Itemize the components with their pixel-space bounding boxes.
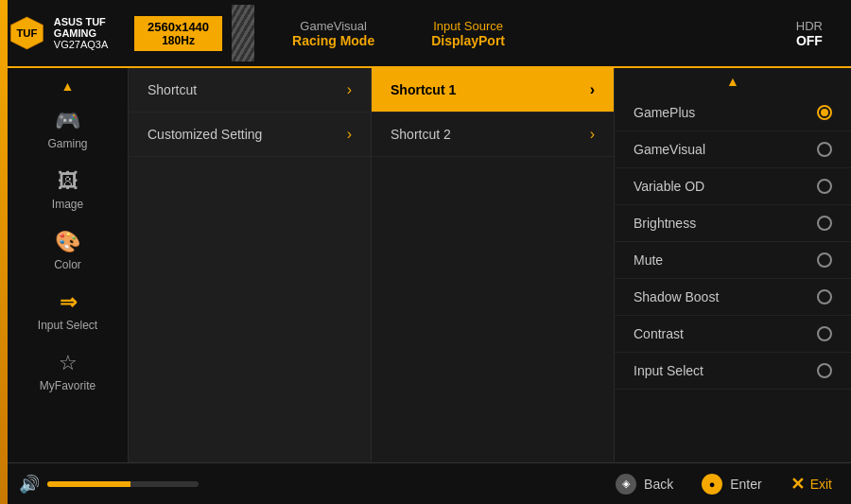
- right-panel-scroll-up[interactable]: ▲: [615, 68, 851, 95]
- resolution-box: 2560x1440 180Hz: [134, 16, 222, 51]
- right-item-gameplus[interactable]: GamePlus: [615, 95, 851, 131]
- monitor-info: ASUS TUF GAMING VG27AQ3A: [54, 16, 123, 50]
- right-item-variable-od-label: Variable OD: [634, 179, 704, 194]
- right-item-gamevisual-radio[interactable]: [817, 142, 832, 157]
- logo-area: TUF ASUS TUF GAMING VG27AQ3A: [9, 9, 123, 58]
- right-item-shadow-boost-label: Shadow Boost: [634, 289, 719, 304]
- exit-x-icon: ✕: [790, 474, 805, 495]
- bottom-bar: 🔊 ◈ Back ● Enter ✕ Exit: [0, 462, 851, 504]
- input-source-section: Input Source DisplayPort: [431, 19, 505, 48]
- column-1: Shortcut › Customized Setting ›: [129, 68, 372, 504]
- right-item-brightness-radio[interactable]: [817, 216, 832, 231]
- sidebar-my-favorite-label: MyFavorite: [40, 379, 96, 392]
- exit-button[interactable]: ✕ Exit: [790, 474, 832, 495]
- my-favorite-icon: ☆: [59, 351, 78, 375]
- col1-customized-setting[interactable]: Customized Setting ›: [129, 113, 371, 157]
- left-edge-accent: [0, 0, 8, 504]
- sidebar-input-select-label: Input Select: [38, 319, 97, 332]
- col2-shortcut2-chevron: ›: [590, 126, 595, 143]
- col1-shortcut-label: Shortcut: [148, 82, 197, 97]
- sidebar-color-label: Color: [54, 258, 81, 271]
- back-button[interactable]: ◈ Back: [616, 474, 673, 495]
- right-item-input-select-label: Input Select: [634, 363, 703, 378]
- right-item-gameplus-label: GamePlus: [634, 105, 695, 120]
- monitor-model: VG27AQ3A: [54, 39, 123, 50]
- hz-text: 180Hz: [148, 34, 209, 47]
- exit-label: Exit: [810, 477, 832, 492]
- right-item-shadow-boost-radio[interactable]: [817, 289, 832, 304]
- enter-icon: ●: [702, 474, 722, 495]
- right-item-brightness[interactable]: Brightness: [615, 205, 851, 242]
- right-item-mute-radio[interactable]: [817, 252, 832, 268]
- right-item-mute-label: Mute: [634, 252, 663, 268]
- col1-customized-chevron: ›: [347, 126, 352, 143]
- color-icon: 🎨: [55, 230, 80, 254]
- svg-text:TUF: TUF: [16, 27, 37, 39]
- col1-shortcut[interactable]: Shortcut ›: [129, 68, 371, 113]
- hdr-label: HDR: [796, 19, 823, 33]
- col1-shortcut-chevron: ›: [347, 81, 352, 98]
- input-select-icon: ⇒: [60, 290, 77, 315]
- right-item-contrast-label: Contrast: [634, 326, 684, 341]
- right-item-gamevisual[interactable]: GameVisual: [615, 131, 851, 168]
- col2-shortcut1[interactable]: Shortcut 1 ›: [372, 68, 614, 113]
- right-item-variable-od[interactable]: Variable OD: [615, 168, 851, 205]
- col2-shortcut2-label: Shortcut 2: [391, 127, 451, 142]
- sidebar-gaming-label: Gaming: [47, 137, 87, 150]
- sidebar-item-color[interactable]: 🎨 Color: [8, 220, 128, 281]
- sidebar-item-my-favorite[interactable]: ☆ MyFavorite: [8, 341, 128, 402]
- col2-shortcut1-chevron: ›: [590, 81, 595, 98]
- right-item-shadow-boost[interactable]: Shadow Boost: [615, 279, 851, 316]
- input-source-value: DisplayPort: [431, 33, 505, 48]
- diagonal-divider: [232, 5, 254, 61]
- volume-fill: [47, 481, 130, 487]
- bottom-controls: ◈ Back ● Enter ✕ Exit: [616, 474, 832, 495]
- main-content: ▲ 🎮 Gaming 🖼 Image 🎨 Color ⇒ Input Selec…: [0, 68, 851, 504]
- hdr-value: OFF: [796, 33, 823, 48]
- game-visual-value: Racing Mode: [292, 33, 374, 48]
- right-item-variable-od-radio[interactable]: [817, 179, 832, 194]
- sidebar-item-image[interactable]: 🖼 Image: [8, 160, 128, 220]
- volume-bar[interactable]: [47, 481, 199, 487]
- back-icon: ◈: [616, 474, 636, 495]
- right-item-gameplus-radio[interactable]: [817, 105, 832, 120]
- image-icon: 🖼: [58, 169, 78, 194]
- right-item-input-select[interactable]: Input Select: [615, 353, 851, 390]
- monitor-brand: ASUS TUF GAMING: [54, 16, 123, 39]
- volume-icon: 🔊: [19, 474, 40, 495]
- sidebar-item-input-select[interactable]: ⇒ Input Select: [8, 281, 128, 341]
- gaming-icon: 🎮: [55, 109, 80, 133]
- col2-shortcut2[interactable]: Shortcut 2 ›: [372, 113, 614, 157]
- enter-label: Enter: [730, 477, 761, 492]
- resolution-text: 2560x1440: [148, 20, 209, 34]
- game-visual-section: GameVisual Racing Mode: [292, 19, 374, 48]
- back-label: Back: [644, 477, 673, 492]
- enter-button[interactable]: ● Enter: [702, 474, 761, 495]
- sidebar: ▲ 🎮 Gaming 🖼 Image 🎨 Color ⇒ Input Selec…: [8, 68, 129, 504]
- right-item-gamevisual-label: GameVisual: [634, 142, 705, 157]
- right-panel: ▲ GamePlus GameVisual Variable OD Bright…: [615, 68, 851, 504]
- right-item-contrast-radio[interactable]: [817, 326, 832, 341]
- input-source-label: Input Source: [433, 19, 503, 33]
- tuf-logo: TUF: [9, 9, 44, 58]
- right-item-input-select-radio[interactable]: [817, 363, 832, 378]
- right-item-mute[interactable]: Mute: [615, 242, 851, 279]
- sidebar-up-arrow[interactable]: ▲: [56, 73, 80, 99]
- hdr-section: HDR OFF: [796, 19, 823, 48]
- sidebar-image-label: Image: [52, 198, 83, 211]
- col1-customized-label: Customized Setting: [148, 127, 262, 142]
- game-visual-label: GameVisual: [300, 19, 367, 33]
- right-item-contrast[interactable]: Contrast: [615, 316, 851, 353]
- column-2: Shortcut 1 › Shortcut 2 ›: [372, 68, 615, 504]
- header: TUF ASUS TUF GAMING VG27AQ3A 2560x1440 1…: [0, 0, 851, 68]
- sidebar-item-gaming[interactable]: 🎮 Gaming: [8, 99, 128, 160]
- right-item-brightness-label: Brightness: [634, 216, 696, 231]
- col2-shortcut1-label: Shortcut 1: [391, 82, 456, 97]
